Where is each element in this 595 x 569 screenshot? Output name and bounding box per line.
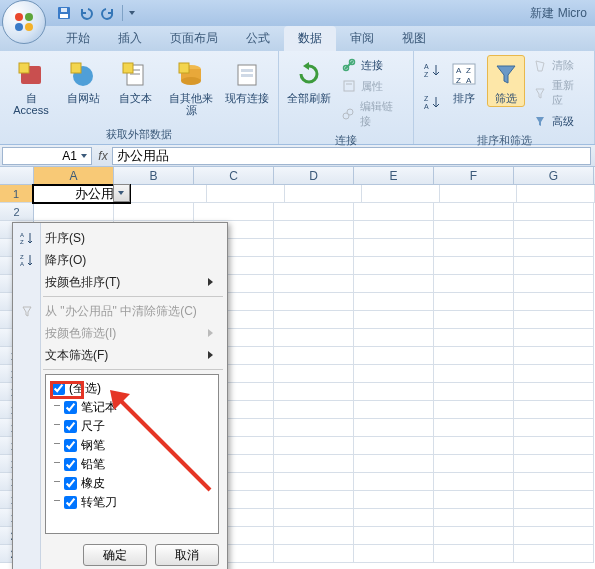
check-item[interactable]: 钢笔	[50, 436, 214, 455]
fx-icon[interactable]: fx	[94, 149, 112, 163]
cell[interactable]	[354, 527, 434, 545]
sort-by-color-item[interactable]: 按颜色排序(T)	[13, 271, 227, 293]
cell[interactable]: 办公用品	[33, 185, 130, 203]
cell[interactable]	[274, 473, 354, 491]
cell[interactable]	[434, 527, 514, 545]
cell[interactable]	[434, 239, 514, 257]
cell[interactable]	[354, 365, 434, 383]
from-access-button[interactable]: 自 Access	[6, 55, 56, 119]
checkbox[interactable]	[64, 420, 77, 433]
cell[interactable]	[517, 185, 595, 203]
cell[interactable]	[434, 293, 514, 311]
text-filters-item[interactable]: 文本筛选(F)	[13, 344, 227, 366]
cell[interactable]	[354, 221, 434, 239]
cell[interactable]	[274, 383, 354, 401]
cell[interactable]	[434, 401, 514, 419]
cell[interactable]	[362, 185, 440, 203]
col-A[interactable]: A	[34, 167, 114, 184]
cell[interactable]	[514, 545, 594, 563]
checkbox[interactable]	[64, 477, 77, 490]
cell[interactable]	[514, 437, 594, 455]
cell[interactable]	[354, 401, 434, 419]
tab-insert[interactable]: 插入	[104, 26, 156, 51]
tab-review[interactable]: 审阅	[336, 26, 388, 51]
cell[interactable]	[274, 365, 354, 383]
cell[interactable]	[274, 419, 354, 437]
cell[interactable]	[354, 491, 434, 509]
advanced-button[interactable]: 高级	[527, 111, 588, 131]
cell[interactable]	[34, 203, 114, 221]
cell[interactable]	[194, 203, 274, 221]
undo-icon[interactable]	[78, 5, 94, 21]
col-F[interactable]: F	[434, 167, 514, 184]
cell[interactable]	[354, 311, 434, 329]
cell[interactable]	[434, 203, 514, 221]
cell[interactable]	[514, 239, 594, 257]
sort-ascending-item[interactable]: AZ 升序(S)	[13, 227, 227, 249]
formula-bar[interactable]: 办公用品	[112, 147, 591, 165]
cell[interactable]	[354, 239, 434, 257]
cell[interactable]	[274, 527, 354, 545]
cell[interactable]	[274, 203, 354, 221]
check-item[interactable]: 橡皮	[50, 474, 214, 493]
cell[interactable]	[434, 455, 514, 473]
cell[interactable]	[434, 473, 514, 491]
cell[interactable]	[274, 329, 354, 347]
col-D[interactable]: D	[274, 167, 354, 184]
connections-button[interactable]: 连接	[336, 55, 408, 75]
cell[interactable]	[514, 257, 594, 275]
from-other-button[interactable]: 自其他来源	[162, 55, 220, 119]
cell[interactable]	[354, 509, 434, 527]
namebox-dropdown-icon[interactable]	[81, 154, 87, 158]
check-item[interactable]: 尺子	[50, 417, 214, 436]
tab-data[interactable]: 数据	[284, 26, 336, 51]
tab-home[interactable]: 开始	[52, 26, 104, 51]
cell[interactable]	[514, 419, 594, 437]
cell[interactable]	[354, 455, 434, 473]
cell[interactable]	[274, 293, 354, 311]
autofilter-dropdown-icon[interactable]	[113, 184, 130, 202]
cell[interactable]	[354, 203, 434, 221]
checkbox[interactable]	[64, 439, 77, 452]
qat-dropdown-icon[interactable]	[129, 11, 135, 15]
row-header[interactable]: 1	[0, 185, 33, 203]
row-header[interactable]: 2	[0, 203, 34, 221]
tab-formulas[interactable]: 公式	[232, 26, 284, 51]
cell[interactable]	[514, 491, 594, 509]
cell[interactable]	[434, 437, 514, 455]
cell[interactable]	[434, 311, 514, 329]
cell[interactable]	[434, 347, 514, 365]
checkbox[interactable]	[64, 401, 77, 414]
cancel-button[interactable]: 取消	[155, 544, 219, 566]
filter-button[interactable]: 筛选	[487, 55, 526, 107]
sort-asc-button[interactable]: AZ	[420, 59, 442, 81]
cell[interactable]	[434, 257, 514, 275]
checkbox[interactable]	[64, 458, 77, 471]
select-all-corner[interactable]	[0, 167, 34, 184]
cell[interactable]	[514, 221, 594, 239]
cell[interactable]	[434, 329, 514, 347]
cell[interactable]	[354, 257, 434, 275]
existing-conn-button[interactable]: 现有连接	[222, 55, 272, 107]
cell[interactable]	[354, 329, 434, 347]
cell[interactable]	[354, 347, 434, 365]
col-C[interactable]: C	[194, 167, 274, 184]
col-B[interactable]: B	[114, 167, 194, 184]
cell[interactable]	[274, 347, 354, 365]
cell[interactable]	[207, 185, 285, 203]
cell[interactable]	[514, 347, 594, 365]
cell[interactable]	[514, 473, 594, 491]
office-button[interactable]	[2, 0, 46, 44]
cell[interactable]	[354, 419, 434, 437]
tab-layout[interactable]: 页面布局	[156, 26, 232, 51]
cell[interactable]	[354, 383, 434, 401]
cell[interactable]	[434, 545, 514, 563]
cell[interactable]	[274, 455, 354, 473]
cell[interactable]	[130, 185, 208, 203]
cell[interactable]	[514, 365, 594, 383]
cell[interactable]	[514, 509, 594, 527]
cell[interactable]	[354, 275, 434, 293]
cell[interactable]	[354, 473, 434, 491]
cell[interactable]	[274, 275, 354, 293]
cell[interactable]	[274, 257, 354, 275]
